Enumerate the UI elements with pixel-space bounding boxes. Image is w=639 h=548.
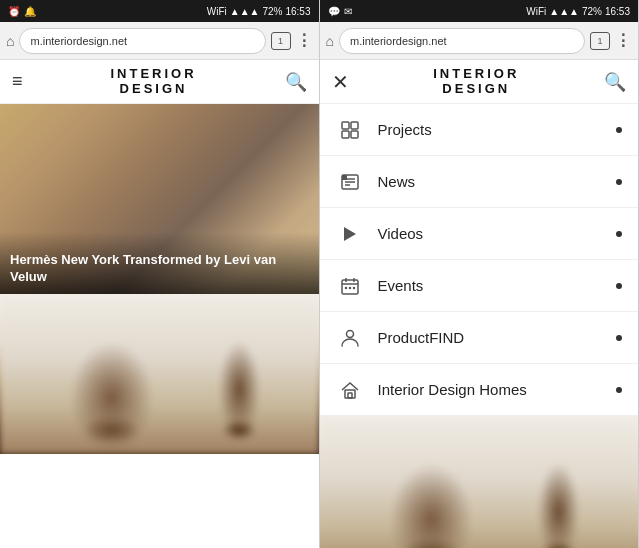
tab-count-right[interactable]: 1	[590, 32, 610, 50]
logo-wrapper-right: INTERIOR DESIGN	[349, 67, 605, 97]
more-menu-right[interactable]: ⋮	[615, 31, 632, 50]
phone-right: 💬 ✉ WiFi ▲▲▲ 72% 16:53 ⌂ m.interiordesig…	[320, 0, 640, 548]
status-right-info-right: WiFi ▲▲▲ 72% 16:53	[526, 6, 630, 17]
svg-marker-9	[344, 227, 356, 241]
wifi-icon: WiFi	[207, 6, 227, 17]
status-bar-right: 💬 ✉ WiFi ▲▲▲ 72% 16:53	[320, 0, 639, 22]
person-icon	[336, 324, 364, 352]
phone-left: ⏰ 🔔 WiFi ▲▲▲ 72% 16:53 ⌂ m.interiordesig…	[0, 0, 320, 548]
projects-dot	[616, 127, 622, 133]
grid-icon	[336, 116, 364, 144]
svg-rect-18	[345, 390, 355, 398]
tab-count-left[interactable]: 1	[271, 32, 291, 50]
play-icon	[336, 220, 364, 248]
wifi-icon-right: WiFi	[526, 6, 546, 17]
signal-icon-right: ▲▲▲	[549, 6, 579, 17]
battery-percent-right: 72%	[582, 6, 602, 17]
app-header-left: ≡ INTERIOR DESIGN 🔍	[0, 60, 319, 104]
home-nav-icon: ⌂	[6, 33, 14, 49]
nav-menu: Projects News	[320, 104, 639, 548]
whatsapp-icon: 💬	[328, 6, 340, 17]
status-time: 16:53	[285, 6, 310, 17]
svg-rect-0	[342, 122, 349, 129]
furniture-blur-right	[320, 416, 639, 548]
svg-rect-2	[342, 131, 349, 138]
calendar-icon	[336, 272, 364, 300]
status-right-info: WiFi ▲▲▲ 72% 16:53	[207, 6, 311, 17]
productfind-label: ProductFIND	[378, 329, 617, 346]
productfind-dot	[616, 335, 622, 341]
logo-right: INTERIOR DESIGN	[433, 67, 519, 97]
nav-item-videos[interactable]: Videos	[320, 208, 639, 260]
address-bar-right[interactable]: ⌂ m.interiordesign.net 1 ⋮	[320, 22, 639, 60]
status-left-icons: ⏰ 🔔	[8, 6, 36, 17]
events-label: Events	[378, 277, 617, 294]
projects-label: Projects	[378, 121, 617, 138]
home-nav-icon-right: ⌂	[326, 33, 334, 49]
url-input-left[interactable]: m.interiordesign.net	[19, 28, 265, 54]
furniture-image-right	[320, 416, 639, 548]
homes-dot	[616, 387, 622, 393]
url-input-right[interactable]: m.interiordesign.net	[339, 28, 585, 54]
svg-rect-8	[342, 175, 347, 180]
furniture-blur-left	[0, 294, 319, 454]
search-icon-left[interactable]: 🔍	[285, 71, 307, 93]
nav-item-homes[interactable]: Interior Design Homes	[320, 364, 639, 416]
news-icon	[336, 168, 364, 196]
videos-label: Videos	[378, 225, 617, 242]
msg-icon: ✉	[344, 6, 352, 17]
status-time-right: 16:53	[605, 6, 630, 17]
logo-wrapper-left: INTERIOR DESIGN	[23, 67, 285, 97]
svg-point-17	[346, 330, 353, 337]
svg-rect-3	[351, 131, 358, 138]
search-icon-right[interactable]: 🔍	[604, 71, 626, 93]
hero-overlay: Hermès New York Transformed by Levi van …	[0, 232, 319, 294]
videos-dot	[616, 231, 622, 237]
app-header-right: ✕ INTERIOR DESIGN 🔍	[320, 60, 639, 104]
status-left-icons-right: 💬 ✉	[328, 6, 352, 17]
content-area-left: Hermès New York Transformed by Levi van …	[0, 104, 319, 548]
address-bar-left[interactable]: ⌂ m.interiordesign.net 1 ⋮	[0, 22, 319, 60]
news-dot	[616, 179, 622, 185]
events-dot	[616, 283, 622, 289]
news-label: News	[378, 173, 617, 190]
signal-icon: ▲▲▲	[230, 6, 260, 17]
alarm-icon2: 🔔	[24, 6, 36, 17]
nav-item-productfind[interactable]: ProductFIND	[320, 312, 639, 364]
home-icon	[336, 376, 364, 404]
alarm-icon: ⏰	[8, 6, 20, 17]
hero-title: Hermès New York Transformed by Levi van …	[10, 252, 309, 286]
nav-item-events[interactable]: Events	[320, 260, 639, 312]
furniture-image-left	[0, 294, 319, 454]
close-icon[interactable]: ✕	[332, 70, 349, 94]
nav-item-news[interactable]: News	[320, 156, 639, 208]
svg-rect-1	[351, 122, 358, 129]
hamburger-icon[interactable]: ≡	[12, 71, 23, 92]
hero-image: Hermès New York Transformed by Levi van …	[0, 104, 319, 294]
svg-rect-19	[348, 393, 352, 398]
nav-item-projects[interactable]: Projects	[320, 104, 639, 156]
homes-label: Interior Design Homes	[378, 381, 617, 398]
status-bar-left: ⏰ 🔔 WiFi ▲▲▲ 72% 16:53	[0, 0, 319, 22]
logo-left: INTERIOR DESIGN	[110, 67, 196, 97]
more-menu-left[interactable]: ⋮	[296, 31, 313, 50]
battery-percent: 72%	[262, 6, 282, 17]
